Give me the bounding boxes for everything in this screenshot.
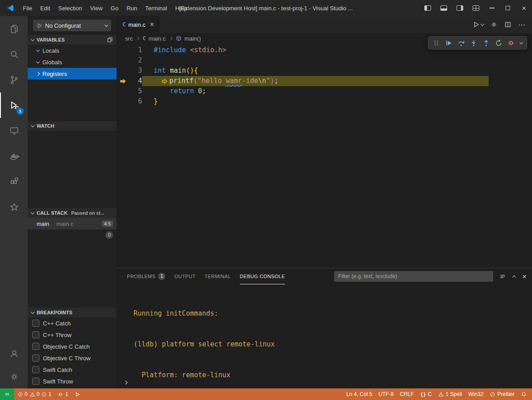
- breakpoint-checkbox[interactable]: [32, 378, 39, 385]
- symbol-method-icon: [176, 35, 182, 42]
- breakpoint-gutter[interactable]: [117, 96, 130, 107]
- problems-status[interactable]: 0 0 1: [14, 388, 54, 400]
- breadcrumb-symbol[interactable]: main(): [184, 35, 201, 42]
- activity-explorer[interactable]: [0, 16, 28, 42]
- activity-account[interactable]: [0, 342, 28, 365]
- close-panel-icon[interactable]: ×: [522, 273, 527, 280]
- breakpoint-row[interactable]: Swift Throw: [28, 375, 117, 387]
- close-button[interactable]: ×: [516, 0, 532, 16]
- code-lines: 1#include <stdio.h>23int main(){4 printf…: [117, 45, 532, 107]
- console-line: Running initCommands:: [134, 308, 532, 319]
- activity-settings[interactable]: [0, 365, 28, 388]
- breakpoint-gutter[interactable]: [117, 45, 130, 55]
- breakpoint-row[interactable]: C++ Catch: [28, 317, 117, 329]
- menu-view[interactable]: View: [86, 5, 107, 12]
- code-line[interactable]: 6}: [117, 96, 532, 107]
- step-into-icon[interactable]: [468, 38, 479, 48]
- activity-docker[interactable]: [0, 143, 28, 169]
- breakpoint-row[interactable]: Swift Catch: [28, 364, 117, 375]
- step-over-icon[interactable]: [456, 38, 467, 48]
- console-filter-input[interactable]: [334, 271, 493, 282]
- menu-run[interactable]: Run: [122, 5, 141, 12]
- chevron-down-icon[interactable]: [518, 38, 524, 48]
- remote-indicator[interactable]: [0, 388, 14, 400]
- code-token: int: [154, 66, 170, 76]
- menu-go[interactable]: Go: [107, 5, 122, 12]
- breakpoint-gutter[interactable]: [117, 66, 130, 76]
- variables-locals-row[interactable]: Locals: [28, 45, 117, 56]
- breakpoint-gutter[interactable]: [117, 86, 130, 96]
- restart-icon[interactable]: [493, 38, 504, 48]
- activity-star[interactable]: [0, 194, 28, 220]
- toggle-panel-icon[interactable]: [436, 0, 452, 16]
- code-line[interactable]: 3int main(){: [117, 66, 532, 76]
- stack-frame-row[interactable]: main main.c 4:5: [28, 218, 117, 229]
- code-token: [154, 86, 170, 96]
- breadcrumb-src[interactable]: src: [125, 35, 133, 42]
- drag-grip-icon[interactable]: [431, 38, 442, 48]
- variables-registers-row[interactable]: Registers: [28, 68, 117, 79]
- breakpoint-checkbox[interactable]: [32, 331, 39, 338]
- menu-selection[interactable]: Selection: [54, 5, 86, 12]
- breakpoint-checkbox[interactable]: [32, 343, 39, 350]
- breakpoint-row[interactable]: Objective C Throw: [28, 352, 117, 364]
- menu-edit[interactable]: Edit: [36, 5, 54, 12]
- code-editor[interactable]: 1#include <stdio.h>23int main(){4 printf…: [117, 44, 532, 268]
- activity-remote-explorer[interactable]: [0, 118, 28, 143]
- tab-debug-console[interactable]: DEBUG CONSOLE: [240, 268, 285, 284]
- split-editor-icon[interactable]: [504, 21, 511, 28]
- tab-output[interactable]: OUTPUT: [174, 268, 196, 284]
- activity-source-control[interactable]: [0, 67, 28, 92]
- breakpoint-checkbox[interactable]: [32, 354, 39, 362]
- start-debug-icon[interactable]: [37, 23, 42, 29]
- breadcrumb-file[interactable]: main.c: [149, 35, 166, 42]
- maximize-button[interactable]: [500, 0, 516, 16]
- breakpoint-row[interactable]: C++ Throw: [28, 329, 117, 341]
- plug-icon: [58, 392, 63, 397]
- breakpoints-section-header[interactable]: BREAKPOINTS: [28, 308, 117, 317]
- more-actions-icon[interactable]: ⋯: [518, 21, 526, 29]
- toolchain-gear-icon[interactable]: [490, 21, 498, 28]
- call-stack-section-header[interactable]: CALL STACK Paused on st...: [28, 208, 117, 218]
- run-or-debug-button[interactable]: [473, 21, 484, 28]
- debug-status[interactable]: [71, 388, 84, 400]
- customize-layout-icon[interactable]: [468, 0, 484, 16]
- maximize-panel-icon[interactable]: [513, 275, 515, 279]
- disconnect-icon[interactable]: [506, 38, 517, 48]
- tab-problems[interactable]: PROBLEMS 1: [127, 268, 165, 284]
- collapse-all-icon[interactable]: [107, 37, 113, 43]
- tab-terminal[interactable]: TERMINAL: [205, 268, 231, 284]
- ports-status[interactable]: 1: [54, 388, 71, 400]
- activity-run-and-debug[interactable]: 1: [0, 92, 28, 118]
- launch-configuration-dropdown[interactable]: No Configurat: [33, 20, 111, 31]
- close-tab-icon[interactable]: ×: [150, 21, 154, 28]
- minimize-button[interactable]: [484, 0, 500, 16]
- extensions-icon: [9, 176, 20, 187]
- tab-main-c[interactable]: C main.c ×: [117, 16, 160, 33]
- menu-terminal[interactable]: Terminal: [141, 5, 171, 12]
- code-line[interactable]: 2: [117, 55, 532, 66]
- watch-section-header[interactable]: WATCH: [28, 121, 117, 131]
- activity-search[interactable]: [0, 42, 28, 67]
- variables-globals-row[interactable]: Globals: [28, 56, 117, 68]
- step-out-icon[interactable]: [481, 38, 492, 48]
- code-token: [154, 76, 162, 86]
- breakpoint-row[interactable]: Objective C Catch: [28, 341, 117, 352]
- continue-icon[interactable]: [443, 38, 454, 48]
- toggle-secondary-sidebar-icon[interactable]: [452, 0, 468, 16]
- execution-pointer-icon[interactable]: [117, 76, 130, 86]
- code-line[interactable]: 5 return 0;: [117, 86, 532, 96]
- run-debug-status-icon: [75, 392, 80, 397]
- breakpoint-checkbox[interactable]: [32, 320, 39, 327]
- menu-file[interactable]: File: [19, 5, 36, 12]
- activity-extensions[interactable]: [0, 169, 28, 194]
- breakpoint-gutter[interactable]: [117, 55, 130, 66]
- console-input-row[interactable]: [117, 377, 532, 388]
- toggle-sidebar-icon[interactable]: [419, 0, 436, 16]
- code-line[interactable]: 4 printf("hello wamr-ide\n");: [117, 76, 532, 86]
- breakpoint-checkbox[interactable]: [32, 366, 39, 373]
- panel-menu-icon[interactable]: [499, 273, 506, 280]
- variables-section-header[interactable]: VARIABLES: [28, 35, 117, 45]
- debug-badge: 1: [17, 108, 24, 115]
- c-file-icon: C: [142, 35, 146, 42]
